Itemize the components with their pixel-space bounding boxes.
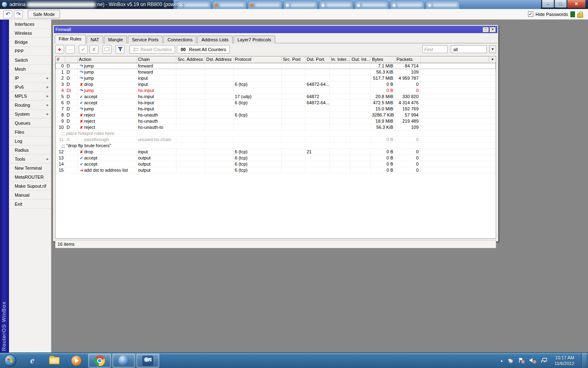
table-row[interactable]: 13✔acceptoutput6 (tcp)0 B0: [56, 155, 496, 161]
redo-button[interactable]: ↷: [14, 10, 23, 18]
column-header-out-int[interactable]: Out. Int...: [350, 56, 371, 63]
table-row[interactable]: 15⇥add dst to address listoutput6 (tcp)0…: [56, 167, 496, 173]
table-row[interactable]: 11X↓passthroughunused-hs-chain0 B0: [56, 137, 496, 143]
reset-counters-button[interactable]: Reset Counters: [129, 45, 175, 54]
column-header-src-port[interactable]: Src. Port: [282, 56, 305, 63]
hide-passwords-checkbox[interactable]: ✓: [528, 11, 533, 17]
sidebar-item-manual[interactable]: Manual: [9, 191, 51, 200]
taskbar-chrome-button[interactable]: [88, 354, 111, 368]
table-row[interactable]: 5D✔accepths-input17 (udp)6487220.8 MiB33…: [56, 94, 496, 100]
sidebar-item-mpls[interactable]: MPLS▸: [9, 92, 51, 101]
chain-filter-dropdown-button[interactable]: ▼: [489, 45, 496, 53]
minimize-button[interactable]: –: [542, 0, 554, 8]
sidebar-item-switch[interactable]: Switch: [9, 56, 51, 65]
background-browser-tab[interactable]: [354, 1, 389, 9]
taskbar-internet-explorer-button[interactable]: e: [22, 354, 42, 368]
sidebar-item-tools[interactable]: Tools▸: [9, 155, 51, 164]
safe-mode-button[interactable]: Safe Mode: [28, 10, 60, 18]
column-header-dst-address[interactable]: Dst. Address: [205, 56, 234, 63]
sidebar-item-mesh[interactable]: Mesh: [9, 65, 51, 74]
table-row[interactable]: 6D✔accepths-input6 (tcp)64872-64...472.5…: [56, 100, 496, 106]
sidebar-item-new-terminal[interactable]: New Terminal: [9, 164, 51, 173]
taskbar-winbox-button[interactable]: [112, 354, 135, 368]
table-row[interactable]: 2D↷jumpinput517.7 MiB4 959 787: [56, 75, 496, 81]
network-icon[interactable]: [541, 357, 548, 364]
firewall-close-button[interactable]: ✕: [490, 27, 496, 32]
sidebar-item-metarouter[interactable]: MetaROUTER: [9, 173, 51, 182]
tab-filter-rules[interactable]: Filter Rules: [55, 35, 86, 43]
column-header-flags[interactable]: [65, 56, 78, 63]
sidebar-item-ppp[interactable]: PPP: [9, 47, 51, 56]
show-hidden-icons-button[interactable]: ▲: [500, 359, 503, 363]
undo-button[interactable]: ↶: [3, 10, 12, 18]
sidebar-item-ip[interactable]: IP▸: [9, 74, 51, 83]
column-header-in-inter[interactable]: In. Inter...: [330, 56, 350, 63]
column-header-packets[interactable]: Packets: [395, 56, 421, 63]
close-button[interactable]: ✕: [567, 0, 586, 8]
sidebar-item-files[interactable]: Files: [9, 128, 51, 137]
filter-button[interactable]: [116, 45, 125, 54]
find-input[interactable]: [422, 45, 448, 53]
sidebar-item-routing[interactable]: Routing▸: [9, 101, 51, 110]
sidebar-item-exit[interactable]: Exit: [9, 200, 51, 209]
column-header-bytes[interactable]: Bytes: [371, 56, 395, 63]
taskbar-explorer-button[interactable]: [44, 354, 65, 368]
comment-row[interactable]: ;;; place hotspot rules here: [56, 130, 496, 137]
tab-service-ports[interactable]: Service Ports: [128, 36, 163, 43]
background-browser-tab[interactable]: [248, 1, 282, 9]
table-row[interactable]: 7D↷jumphs-input15.0 MiB192 769: [56, 106, 496, 112]
comment-button[interactable]: [102, 45, 111, 54]
sidebar-item-queues[interactable]: Queues: [9, 119, 51, 128]
sidebar-item-wireless[interactable]: Wireless: [9, 29, 51, 38]
table-row[interactable]: 8D✘rejecths-unauth6 (tcp)3286.7 KiB57 99…: [56, 112, 496, 118]
tab-address-lists[interactable]: Address Lists: [197, 36, 232, 43]
firewall-maximize-button[interactable]: □: [483, 27, 489, 32]
background-browser-tab[interactable]: [212, 1, 247, 9]
table-row[interactable]: 3D✘dropinput6 (tcp)64872-64...0 B0: [56, 81, 496, 88]
chain-filter-combo[interactable]: all: [451, 45, 487, 53]
column-header-protocol[interactable]: Protocol: [234, 56, 282, 63]
column-select-button[interactable]: ▼: [489, 56, 496, 63]
sidebar-item-ipv6[interactable]: IPv6▸: [9, 83, 51, 92]
action-center-flag-icon[interactable]: [518, 357, 525, 364]
table-row[interactable]: 4DI↷jumphs-input0 B0: [56, 88, 496, 94]
table-row[interactable]: 12✘dropinput6 (tcp)210 B0: [56, 149, 496, 155]
tab-mangle[interactable]: Mangle: [104, 36, 127, 43]
add-rule-button[interactable]: +: [55, 45, 64, 54]
column-header-chain[interactable]: Chain: [137, 56, 176, 63]
table-row[interactable]: 14✔acceptoutput6 (tcp)0 B0: [56, 161, 496, 167]
disable-rule-button[interactable]: ✘: [89, 45, 98, 54]
tab-layer7-protocols[interactable]: Layer7 Protocols: [234, 36, 276, 43]
sidebar-item-radius[interactable]: Radius: [9, 146, 51, 155]
taskbar-app-button[interactable]: [136, 354, 159, 368]
sidebar-item-make-supout-rif[interactable]: Make Supout.rif: [9, 182, 51, 191]
table-row[interactable]: 1D↷jumpforward56.3 KiB109: [56, 69, 496, 75]
sidebar-item-interfaces[interactable]: Interfaces: [9, 20, 51, 29]
window-titlebar[interactable]: admina ne) - WinBox v5.19 on RB800 (powe…: [0, 0, 588, 9]
enable-rule-button[interactable]: ✔: [79, 45, 88, 54]
column-header-flags[interactable]: #: [56, 56, 65, 63]
start-button[interactable]: [4, 355, 16, 367]
taskbar-clock[interactable]: 10:17 AM 11/6/2012: [555, 355, 574, 366]
column-header-src-address[interactable]: Src. Address: [176, 56, 205, 63]
firewall-titlebar[interactable]: Firewall □ ✕: [54, 26, 497, 33]
background-browser-tab[interactable]: [283, 1, 318, 9]
volume-muted-icon[interactable]: [529, 357, 537, 364]
comment-row[interactable]: ;;; "drop ftp brute forcers": [56, 143, 496, 149]
tab-nat[interactable]: NAT: [87, 36, 103, 43]
background-browser-tab[interactable]: [390, 1, 424, 9]
reset-all-counters-button[interactable]: 00 Reset All Counters: [177, 45, 229, 54]
table-row[interactable]: 10D✘rejecths-unauth-to56.3 KiB109: [56, 124, 496, 130]
table-row[interactable]: 9D✘rejecths-unauth18.9 MiB219 489: [56, 118, 496, 124]
background-browser-tab[interactable]: [425, 1, 460, 9]
sidebar-item-log[interactable]: Log: [9, 137, 51, 146]
show-desktop-button[interactable]: [581, 353, 586, 368]
maximize-button[interactable]: □: [555, 0, 567, 8]
sidebar-item-system[interactable]: System▸: [9, 110, 51, 119]
column-header-action[interactable]: Action: [78, 56, 137, 63]
sidebar-item-bridge[interactable]: Bridge: [9, 38, 51, 47]
tab-connections[interactable]: Connections: [163, 36, 196, 43]
remove-rule-button[interactable]: −: [66, 45, 75, 54]
table-row[interactable]: 0D↷jumpforward7.1 MiB84 714: [56, 63, 496, 69]
background-browser-tab[interactable]: [319, 1, 353, 9]
